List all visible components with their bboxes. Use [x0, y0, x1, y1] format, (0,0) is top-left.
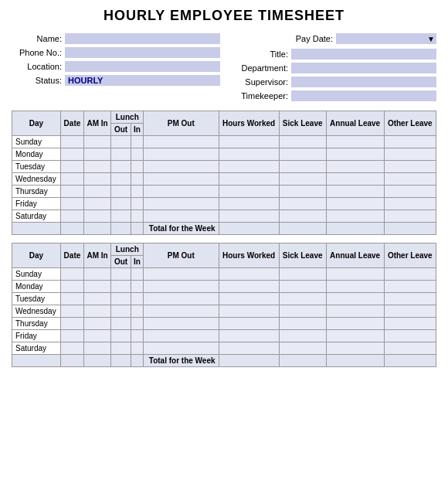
input-cell[interactable] — [219, 293, 279, 305]
input-cell[interactable] — [384, 342, 436, 355]
status-input[interactable]: HOURLY — [65, 75, 220, 86]
input-cell[interactable] — [111, 148, 131, 161]
input-cell[interactable] — [144, 173, 219, 186]
input-cell[interactable] — [219, 268, 279, 281]
input-cell[interactable] — [61, 186, 84, 198]
input-cell[interactable] — [61, 281, 84, 293]
input-cell[interactable] — [144, 281, 219, 293]
input-cell[interactable] — [219, 186, 279, 198]
input-cell[interactable] — [111, 318, 131, 330]
input-cell[interactable] — [326, 148, 384, 161]
input-cell[interactable] — [144, 330, 219, 342]
input-cell[interactable] — [144, 318, 219, 330]
input-cell[interactable] — [144, 268, 219, 281]
total-input-cell[interactable] — [326, 355, 384, 367]
input-cell[interactable] — [219, 342, 279, 355]
input-cell[interactable] — [219, 136, 279, 148]
input-cell[interactable] — [219, 318, 279, 330]
input-cell[interactable] — [384, 305, 436, 318]
input-cell[interactable] — [326, 330, 384, 342]
input-cell[interactable] — [326, 342, 384, 355]
input-cell[interactable] — [326, 186, 384, 198]
input-cell[interactable] — [219, 330, 279, 342]
input-cell[interactable] — [384, 173, 436, 186]
input-cell[interactable] — [83, 210, 111, 223]
input-cell[interactable] — [83, 136, 111, 148]
total-input-cell[interactable] — [219, 355, 279, 367]
input-cell[interactable] — [111, 342, 131, 355]
input-cell[interactable] — [384, 198, 436, 210]
input-cell[interactable] — [144, 148, 219, 161]
input-cell[interactable] — [144, 293, 219, 305]
input-cell[interactable] — [131, 173, 144, 186]
input-cell[interactable] — [61, 136, 84, 148]
input-cell[interactable] — [111, 198, 131, 210]
input-cell[interactable] — [219, 281, 279, 293]
input-cell[interactable] — [61, 293, 84, 305]
input-cell[interactable] — [111, 186, 131, 198]
input-cell[interactable] — [131, 210, 144, 223]
input-cell[interactable] — [326, 173, 384, 186]
timekeeper-input[interactable] — [291, 90, 436, 101]
input-cell[interactable] — [83, 342, 111, 355]
input-cell[interactable] — [61, 161, 84, 173]
input-cell[interactable] — [111, 173, 131, 186]
input-cell[interactable] — [384, 186, 436, 198]
department-input[interactable] — [291, 63, 436, 73]
total-input-cell[interactable] — [219, 223, 279, 235]
input-cell[interactable] — [219, 305, 279, 318]
input-cell[interactable] — [111, 268, 131, 281]
input-cell[interactable] — [83, 330, 111, 342]
input-cell[interactable] — [61, 173, 84, 186]
input-cell[interactable] — [131, 318, 144, 330]
input-cell[interactable] — [279, 342, 326, 355]
input-cell[interactable] — [111, 281, 131, 293]
input-cell[interactable] — [384, 161, 436, 173]
input-cell[interactable] — [384, 136, 436, 148]
input-cell[interactable] — [131, 330, 144, 342]
input-cell[interactable] — [61, 330, 84, 342]
input-cell[interactable] — [384, 330, 436, 342]
input-cell[interactable] — [83, 268, 111, 281]
input-cell[interactable] — [326, 268, 384, 281]
input-cell[interactable] — [111, 293, 131, 305]
input-cell[interactable] — [83, 293, 111, 305]
pay-date-input[interactable]: ▼ — [336, 33, 436, 44]
input-cell[interactable] — [131, 161, 144, 173]
total-input-cell[interactable] — [326, 223, 384, 235]
input-cell[interactable] — [61, 268, 84, 281]
location-input[interactable] — [65, 61, 220, 72]
input-cell[interactable] — [61, 318, 84, 330]
title-input[interactable] — [291, 49, 436, 60]
input-cell[interactable] — [326, 281, 384, 293]
input-cell[interactable] — [144, 210, 219, 223]
input-cell[interactable] — [61, 342, 84, 355]
input-cell[interactable] — [279, 173, 326, 186]
supervisor-input[interactable] — [291, 77, 436, 87]
input-cell[interactable] — [219, 173, 279, 186]
input-cell[interactable] — [279, 136, 326, 148]
input-cell[interactable] — [326, 136, 384, 148]
input-cell[interactable] — [384, 293, 436, 305]
input-cell[interactable] — [83, 305, 111, 318]
input-cell[interactable] — [131, 268, 144, 281]
input-cell[interactable] — [131, 186, 144, 198]
input-cell[interactable] — [144, 161, 219, 173]
input-cell[interactable] — [279, 210, 326, 223]
input-cell[interactable] — [279, 293, 326, 305]
input-cell[interactable] — [219, 161, 279, 173]
input-cell[interactable] — [111, 136, 131, 148]
input-cell[interactable] — [111, 210, 131, 223]
input-cell[interactable] — [131, 342, 144, 355]
input-cell[interactable] — [279, 198, 326, 210]
input-cell[interactable] — [326, 318, 384, 330]
name-input[interactable] — [65, 33, 220, 44]
input-cell[interactable] — [144, 136, 219, 148]
input-cell[interactable] — [61, 148, 84, 161]
input-cell[interactable] — [279, 281, 326, 293]
input-cell[interactable] — [384, 268, 436, 281]
input-cell[interactable] — [131, 293, 144, 305]
input-cell[interactable] — [279, 330, 326, 342]
input-cell[interactable] — [83, 148, 111, 161]
input-cell[interactable] — [83, 173, 111, 186]
